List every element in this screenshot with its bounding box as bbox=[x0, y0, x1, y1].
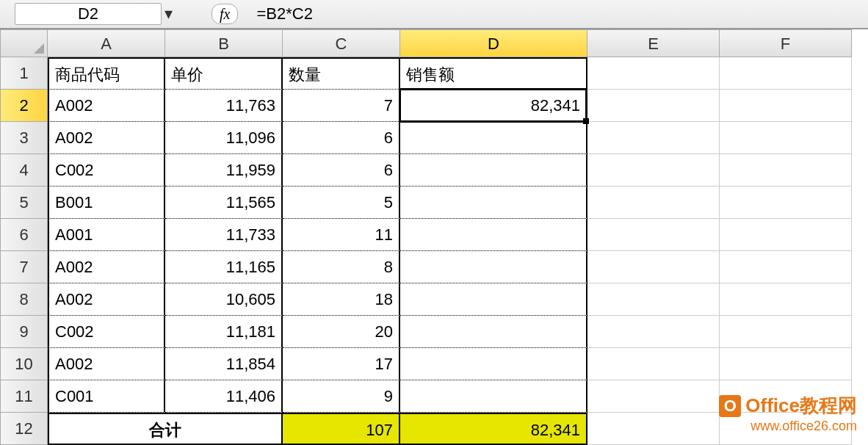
cell-E2[interactable] bbox=[587, 90, 720, 122]
col-header-C[interactable]: C bbox=[283, 29, 400, 57]
cell-B3[interactable]: 11,096 bbox=[165, 122, 283, 154]
formula-input[interactable]: =B2*C2 bbox=[249, 3, 868, 25]
spreadsheet-grid: A B C D E F 1 商品代码 单价 数量 销售额 2 A002 11,7… bbox=[0, 29, 868, 445]
cell-B8[interactable]: 10,605 bbox=[165, 283, 283, 316]
cell-F1[interactable] bbox=[720, 57, 852, 90]
cell-D1[interactable]: 销售额 bbox=[400, 57, 587, 90]
watermark-title: Office教程网 bbox=[745, 393, 857, 419]
cell-C3[interactable]: 6 bbox=[283, 122, 400, 154]
cell-F2[interactable] bbox=[720, 90, 852, 122]
cell-A11[interactable]: C001 bbox=[48, 380, 165, 413]
cell-D4[interactable] bbox=[400, 154, 587, 187]
cell-D3[interactable] bbox=[400, 122, 587, 154]
row-header-6[interactable]: 6 bbox=[0, 219, 48, 251]
cell-D8[interactable] bbox=[400, 283, 587, 316]
cell-F7[interactable] bbox=[720, 251, 852, 283]
cell-A5[interactable]: B001 bbox=[48, 187, 165, 219]
cell-E10[interactable] bbox=[587, 348, 720, 380]
cell-D2[interactable]: 82,341 bbox=[400, 90, 587, 122]
cell-B4[interactable]: 11,959 bbox=[165, 154, 283, 187]
cell-C10[interactable]: 17 bbox=[283, 348, 400, 380]
cell-total-label[interactable]: 合计 bbox=[48, 413, 283, 445]
cell-D11[interactable] bbox=[400, 380, 587, 413]
fx-icon: fx bbox=[220, 6, 230, 23]
cell-B1[interactable]: 单价 bbox=[165, 57, 283, 90]
cell-E5[interactable] bbox=[587, 187, 720, 219]
cell-C2[interactable]: 7 bbox=[283, 90, 400, 122]
row-header-1[interactable]: 1 bbox=[0, 57, 48, 90]
cell-F3[interactable] bbox=[720, 122, 852, 154]
name-box[interactable]: D2 bbox=[15, 3, 162, 25]
watermark-url: www.office26.com bbox=[719, 419, 857, 434]
cell-F4[interactable] bbox=[720, 154, 852, 187]
cell-C11[interactable]: 9 bbox=[283, 380, 400, 413]
select-all-corner[interactable] bbox=[0, 29, 48, 57]
cell-B2[interactable]: 11,763 bbox=[165, 90, 283, 122]
cell-A4[interactable]: C002 bbox=[48, 154, 165, 187]
formula-bar: D2 ▾ fx =B2*C2 bbox=[0, 0, 868, 29]
cell-E9[interactable] bbox=[587, 316, 720, 348]
cell-B7[interactable]: 11,165 bbox=[165, 251, 283, 283]
cell-D7[interactable] bbox=[400, 251, 587, 283]
cell-D12[interactable]: 82,341 bbox=[400, 413, 587, 445]
row-header-11[interactable]: 11 bbox=[0, 380, 48, 413]
cell-C1[interactable]: 数量 bbox=[283, 57, 400, 90]
cell-A9[interactable]: C002 bbox=[48, 316, 165, 348]
cell-A8[interactable]: A002 bbox=[48, 283, 165, 316]
cell-A2[interactable]: A002 bbox=[48, 90, 165, 122]
cell-E7[interactable] bbox=[587, 251, 720, 283]
row-header-3[interactable]: 3 bbox=[0, 122, 48, 154]
cell-E6[interactable] bbox=[587, 219, 720, 251]
cell-B10[interactable]: 11,854 bbox=[165, 348, 283, 380]
row-header-8[interactable]: 8 bbox=[0, 283, 48, 316]
cell-A10[interactable]: A002 bbox=[48, 348, 165, 380]
name-box-dropdown-icon[interactable]: ▾ bbox=[162, 3, 175, 25]
cell-C9[interactable]: 20 bbox=[283, 316, 400, 348]
cell-F8[interactable] bbox=[720, 283, 852, 316]
cell-D5[interactable] bbox=[400, 187, 587, 219]
cell-D10[interactable] bbox=[400, 348, 587, 380]
cell-E3[interactable] bbox=[587, 122, 720, 154]
row-header-10[interactable]: 10 bbox=[0, 348, 48, 380]
cell-E12[interactable] bbox=[587, 413, 720, 445]
cell-C7[interactable]: 8 bbox=[283, 251, 400, 283]
watermark: O Office教程网 www.office26.com bbox=[719, 393, 857, 434]
cell-A7[interactable]: A002 bbox=[48, 251, 165, 283]
row-header-9[interactable]: 9 bbox=[0, 316, 48, 348]
cell-F5[interactable] bbox=[720, 187, 852, 219]
cell-B5[interactable]: 11,565 bbox=[165, 187, 283, 219]
cell-A3[interactable]: A002 bbox=[48, 122, 165, 154]
cell-F6[interactable] bbox=[720, 219, 852, 251]
cell-F10[interactable] bbox=[720, 348, 852, 380]
watermark-icon: O bbox=[719, 395, 741, 417]
col-header-D[interactable]: D bbox=[400, 29, 587, 57]
cell-A6[interactable]: A001 bbox=[48, 219, 165, 251]
row-header-2[interactable]: 2 bbox=[0, 90, 48, 122]
fx-button[interactable]: fx bbox=[211, 4, 238, 24]
cell-E4[interactable] bbox=[587, 154, 720, 187]
col-header-B[interactable]: B bbox=[165, 29, 283, 57]
cell-C12[interactable]: 107 bbox=[283, 413, 400, 445]
cell-B6[interactable]: 11,733 bbox=[165, 219, 283, 251]
row-header-7[interactable]: 7 bbox=[0, 251, 48, 283]
cell-E11[interactable] bbox=[587, 380, 720, 413]
col-header-E[interactable]: E bbox=[587, 29, 720, 57]
cell-C4[interactable]: 6 bbox=[283, 154, 400, 187]
cell-C5[interactable]: 5 bbox=[283, 187, 400, 219]
col-header-A[interactable]: A bbox=[48, 29, 165, 57]
cell-B9[interactable]: 11,181 bbox=[165, 316, 283, 348]
cell-C6[interactable]: 11 bbox=[283, 219, 400, 251]
cell-E8[interactable] bbox=[587, 283, 720, 316]
cell-C8[interactable]: 18 bbox=[283, 283, 400, 316]
cell-E1[interactable] bbox=[587, 57, 720, 90]
row-header-12[interactable]: 12 bbox=[0, 413, 48, 445]
cell-D9[interactable] bbox=[400, 316, 587, 348]
row-header-4[interactable]: 4 bbox=[0, 154, 48, 187]
cell-A1[interactable]: 商品代码 bbox=[48, 57, 165, 90]
row-header-5[interactable]: 5 bbox=[0, 187, 48, 219]
cell-B11[interactable]: 11,406 bbox=[165, 380, 283, 413]
cell-F9[interactable] bbox=[720, 316, 852, 348]
cell-D6[interactable] bbox=[400, 219, 587, 251]
col-header-F[interactable]: F bbox=[720, 29, 852, 57]
